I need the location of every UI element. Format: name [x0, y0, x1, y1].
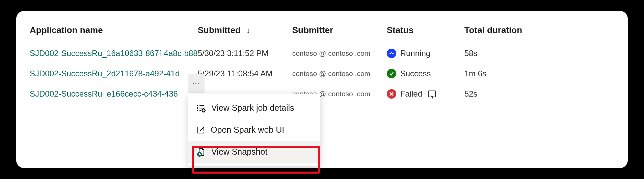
comment-icon[interactable]: ··· [428, 91, 436, 97]
status-cell: Failed ··· [387, 84, 464, 104]
column-header-duration[interactable]: Total duration [464, 20, 614, 43]
table-row[interactable]: SJD002-SuccessRu_2d211678-a492-41d 5/29/… [30, 63, 614, 84]
more-icon: ⋯ [192, 79, 200, 88]
open-external-icon [196, 126, 205, 134]
jobs-table-card: Application name Submitted ↓ Submitter S… [16, 11, 628, 168]
menu-open-spark-web-ui[interactable]: Open Spark web UI [188, 119, 320, 141]
row-context-menu: View Spark job details Open Spark web UI… [188, 94, 320, 166]
success-icon [387, 69, 396, 78]
svg-point-0 [390, 53, 391, 54]
app-name-link[interactable]: SJD002-SuccessRu_2d211678-a492-41d [30, 69, 180, 78]
submitted-cell: 5/30/23 3:11:52 PM [198, 43, 292, 64]
menu-view-snapshot[interactable]: View Snapshot [188, 141, 320, 163]
status-cell: Success [387, 63, 464, 84]
running-icon [387, 49, 396, 58]
jobs-table: Application name Submitted ↓ Submitter S… [30, 20, 614, 104]
svg-line-10 [200, 127, 204, 131]
column-header-status[interactable]: Status [387, 20, 464, 43]
menu-view-spark-details[interactable]: View Spark job details [188, 97, 320, 119]
row-actions-button[interactable]: ⋯ [188, 74, 205, 93]
sort-descending-icon: ↓ [246, 26, 250, 35]
table-row[interactable]: SJD002-SuccessRu_e166cecc-c434-436 conto… [30, 84, 614, 104]
duration-cell: 52s [464, 84, 614, 104]
submitted-cell: 5/29/23 11:08:54 AM [198, 63, 292, 84]
app-name-link[interactable]: SJD002-SuccessRu_e166cecc-c434-436 [30, 89, 178, 98]
app-name-link[interactable]: SJD002-SuccessRu_16a10633-867f-4a8c-b88 [30, 49, 198, 58]
submitter-cell: contoso @ contoso .com [292, 43, 387, 64]
column-header-submitted[interactable]: Submitted ↓ [198, 20, 292, 43]
svg-point-2 [392, 53, 394, 54]
column-header-app[interactable]: Application name [30, 20, 198, 43]
status-cell: Running [387, 43, 464, 64]
duration-cell: 1m 6s [464, 63, 614, 84]
submitter-cell: contoso @ contoso .com [292, 63, 387, 84]
svg-point-1 [391, 52, 392, 53]
failed-icon [387, 89, 396, 99]
duration-cell: 58s [464, 43, 614, 64]
list-details-icon [196, 103, 206, 113]
column-header-submitter[interactable]: Submitter [292, 20, 387, 43]
table-row[interactable]: SJD002-SuccessRu_16a10633-867f-4a8c-b88 … [30, 43, 614, 64]
snapshot-icon [196, 147, 206, 157]
